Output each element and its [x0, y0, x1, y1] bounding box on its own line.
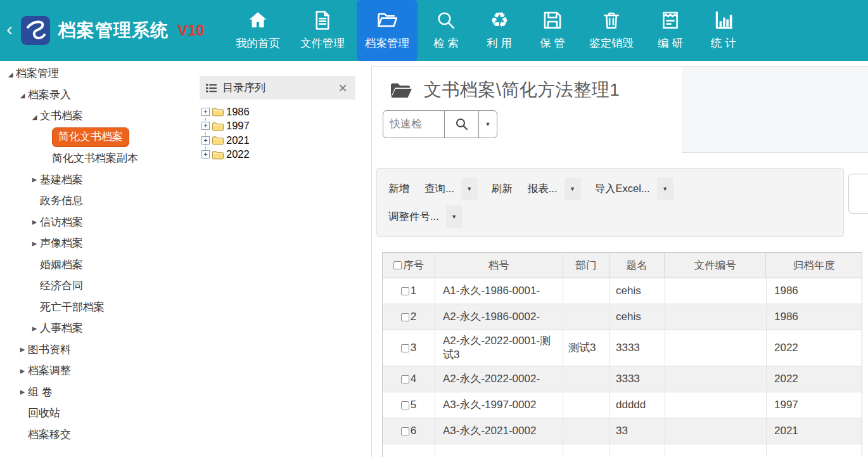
toolbar-button[interactable]: 调整件号...	[387, 205, 463, 228]
tree-expander-icon[interactable]	[29, 216, 40, 228]
table-header-cell: 题名	[610, 253, 665, 278]
catalog-node[interactable]: 1986	[201, 105, 355, 119]
row-checkbox[interactable]	[401, 427, 409, 435]
toolbar-button[interactable]: 新增	[387, 179, 411, 198]
tree-expander-icon[interactable]	[5, 68, 16, 79]
nav-item-label: 文件管理	[300, 35, 345, 51]
nav-item-label: 档案管理	[365, 35, 409, 51]
table-row[interactable]: 1 A1-永久-1986-0001- cehis 1986	[383, 278, 862, 304]
nav-item-save[interactable]: 保 管	[528, 0, 577, 61]
expand-plus-icon[interactable]	[201, 150, 210, 158]
dropdown-caret-icon[interactable]	[657, 177, 673, 200]
catalog-node-label: 2022	[226, 148, 250, 160]
nav-item-search[interactable]: 检 索	[421, 0, 471, 61]
cell-title: ddddd	[610, 392, 665, 418]
tree-item[interactable]: 声像档案	[0, 233, 371, 254]
toolbar-button[interactable]: 报表...	[527, 177, 581, 200]
tree-expander-icon[interactable]	[17, 89, 28, 100]
quick-search	[383, 110, 497, 138]
toolbar-button[interactable]: 查询...	[423, 177, 478, 200]
tree-item-label: 声像档案	[40, 236, 83, 250]
catalog-node[interactable]: 2022	[201, 148, 355, 162]
save-icon	[541, 8, 564, 31]
document-icon	[311, 8, 334, 31]
cell-dept	[563, 418, 610, 444]
row-checkbox[interactable]	[401, 313, 409, 321]
cell-seq: 6	[383, 418, 435, 444]
nav-item-label: 编 研	[658, 35, 683, 51]
tree-item[interactable]: 经济合同	[0, 275, 371, 297]
toolbar-row-1: 新增 查询... 刷新 报表...	[387, 175, 833, 203]
tree-expander-icon[interactable]	[17, 386, 28, 397]
table-row[interactable]: 5 A3-永久-1997-0002 ddddd 1997	[383, 392, 862, 418]
toolbar-button[interactable]: 导入Excel...	[594, 177, 673, 200]
tree-expander-icon[interactable]	[29, 174, 40, 185]
tree-expander-icon[interactable]	[29, 110, 40, 122]
select-all-checkbox[interactable]	[393, 261, 402, 269]
row-checkbox[interactable]	[401, 375, 409, 383]
tree-expander-icon[interactable]	[29, 323, 40, 334]
nav-item-recycle[interactable]: ♻ 利 用	[475, 0, 524, 61]
toolbar-button-label: 报表...	[527, 179, 559, 198]
dropdown-caret-icon[interactable]	[565, 177, 581, 200]
nav-item-journal[interactable]: 编 研	[646, 0, 695, 61]
row-checkbox[interactable]	[401, 287, 409, 295]
search-dropdown-caret-icon[interactable]	[478, 110, 497, 138]
toolbar-button[interactable]: 刷新	[490, 179, 514, 198]
toolbar-side-input[interactable]	[848, 174, 868, 214]
table-row[interactable]: 3 A2-永久-2022-0001-测试3 测试3 3333 2022	[383, 330, 862, 366]
catalog-header: 目录序列 ×	[200, 76, 355, 100]
tree-item-label: 基建档案	[40, 172, 83, 187]
table-row[interactable]: 4 A2-永久-2022-0002- 3333 2022	[383, 366, 862, 392]
table-header-row: 序号 档号 部门 题名 文件编号 归档年度	[383, 253, 862, 278]
expand-plus-icon[interactable]	[201, 122, 210, 130]
tree-item[interactable]: 婚姻档案	[0, 254, 371, 276]
cell-doc-no	[665, 392, 767, 418]
tree-item[interactable]: 档案调整	[0, 360, 371, 382]
row-checkbox[interactable]	[401, 401, 409, 409]
tree-expander-icon[interactable]	[29, 238, 40, 249]
nav-item-document[interactable]: 文件管理	[292, 0, 353, 61]
catalog-node[interactable]: 1997	[201, 119, 355, 134]
tree-expander-icon[interactable]	[17, 365, 28, 377]
nav-item-folder-open[interactable]: 档案管理	[357, 0, 418, 61]
nav-item-trash[interactable]: 鉴定销毁	[581, 0, 642, 61]
cell-year: 1986	[767, 304, 862, 330]
tree-item[interactable]: 基建档案	[0, 169, 371, 191]
search-button[interactable]	[444, 110, 479, 138]
tree-item[interactable]: 档案移交	[0, 424, 371, 446]
tree-item-label: 档案调整	[28, 363, 71, 378]
nav-item-stats[interactable]: 统 计	[699, 0, 748, 61]
search-input[interactable]	[383, 110, 445, 138]
nav-item-home[interactable]: 我的首页	[227, 0, 288, 61]
close-icon[interactable]: ×	[336, 80, 350, 96]
tree-expander-icon[interactable]	[17, 344, 28, 355]
tree-item[interactable]: 政务信息	[0, 190, 371, 212]
tree-item[interactable]: 组 卷	[0, 382, 371, 403]
tree-item[interactable]: 死亡干部档案	[0, 297, 371, 318]
expand-plus-icon[interactable]	[201, 108, 210, 116]
tree-item[interactable]: 人事档案	[0, 318, 371, 339]
tree-item-label: 婚姻档案	[40, 257, 83, 272]
catalog-node[interactable]: 2021	[201, 133, 355, 148]
dropdown-caret-icon[interactable]	[461, 177, 478, 200]
row-checkbox[interactable]	[401, 344, 409, 352]
table-header-cell: 文件编号	[665, 253, 766, 278]
catalog-node-label: 1997	[226, 120, 250, 132]
tree-item-label: 档案管理	[16, 66, 59, 80]
expand-plus-icon[interactable]	[201, 136, 210, 145]
nav-items: 我的首页 文件管理 档案管理 检 索 ♻ 利 用	[226, 0, 750, 61]
header-seq-label: 序号	[403, 259, 424, 273]
nav-item-label: 鉴定销毁	[589, 35, 634, 51]
tree-item[interactable]: 信访档案	[0, 212, 371, 233]
tree-item[interactable]: 回收站	[0, 402, 371, 424]
tree-item-label: 人事档案	[40, 321, 83, 335]
table-row[interactable]: 6 A3-永久-2021-0002 33 2021	[383, 418, 862, 444]
folder-icon	[212, 150, 224, 160]
collapse-sidebar-chevron-icon[interactable]: ‹	[6, 20, 13, 39]
catalog-panel: 目录序列 × 1986	[200, 76, 355, 162]
tree-item[interactable]: 图书资料	[0, 339, 371, 361]
dropdown-caret-icon[interactable]	[446, 205, 463, 228]
cell-year: 2021	[767, 418, 862, 444]
table-row[interactable]: 2 A2-永久-1986-0002- cehis 1986	[383, 304, 862, 330]
